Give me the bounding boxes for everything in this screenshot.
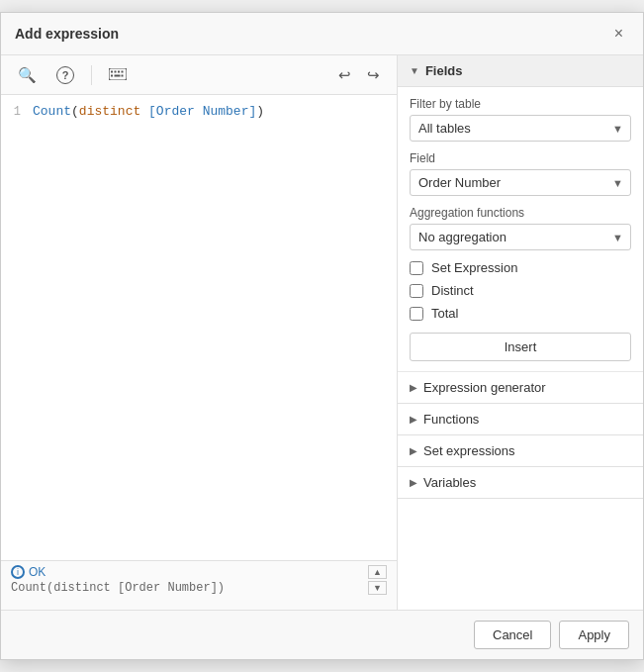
distinct-label: Distinct	[431, 283, 474, 298]
redo-button[interactable]: ↪	[360, 62, 387, 88]
status-expression: Count(distinct [Order Number])	[11, 581, 362, 595]
set-expressions-header[interactable]: ▶ Set expressions	[398, 435, 643, 466]
set-expression-label: Set Expression	[431, 260, 517, 275]
field-label: Field	[410, 151, 631, 165]
status-bar: i OK Count(distinct [Order Number]) ▲ ▼	[1, 560, 397, 610]
code-editor[interactable]: 1 Count(distinct [Order Number])	[1, 95, 397, 560]
right-panel: ▼ Fields Filter by table All tables ▼ Fi…	[398, 55, 643, 610]
code-close-paren: )	[256, 104, 264, 119]
expression-generator-chevron-icon: ▶	[410, 382, 417, 393]
code-open-paren: (	[71, 104, 79, 119]
functions-header[interactable]: ▶ Functions	[398, 404, 643, 434]
dialog-header: Add expression ×	[1, 13, 643, 55]
svg-rect-5	[111, 75, 113, 77]
expression-generator-label: Expression generator	[423, 380, 546, 395]
help-icon: ?	[56, 66, 74, 84]
set-expressions-chevron-icon: ▶	[410, 445, 417, 456]
svg-rect-0	[109, 68, 127, 80]
set-expressions-section: ▶ Set expressions	[398, 435, 643, 467]
distinct-row: Distinct	[410, 283, 631, 298]
variables-header[interactable]: ▶ Variables	[398, 467, 643, 498]
status-ok: i OK	[11, 565, 362, 579]
aggregation-select-wrapper: No aggregation ▼	[410, 224, 631, 250]
svg-rect-2	[115, 71, 117, 73]
variables-chevron-icon: ▶	[410, 477, 417, 488]
field-select-wrapper: Order Number ▼	[410, 169, 631, 196]
svg-rect-1	[111, 71, 113, 73]
functions-label: Functions	[423, 412, 479, 427]
undo-redo-group: ↩ ↪	[331, 62, 387, 88]
left-panel: 🔍 ?	[1, 55, 398, 610]
apply-button[interactable]: Apply	[559, 621, 629, 649]
total-row: Total	[410, 306, 631, 321]
dialog-footer: Cancel Apply	[1, 610, 643, 659]
total-checkbox[interactable]	[410, 307, 423, 321]
set-expression-checkbox[interactable]	[410, 261, 423, 275]
scroll-down-button[interactable]: ▼	[368, 581, 387, 595]
undo-icon: ↩	[338, 66, 351, 83]
status-scroll-controls: ▲ ▼	[368, 565, 387, 595]
expression-generator-header[interactable]: ▶ Expression generator	[398, 372, 643, 403]
close-button[interactable]: ×	[608, 23, 629, 45]
distinct-checkbox[interactable]	[410, 284, 423, 298]
code-line-1: 1 Count(distinct [Order Number])	[1, 103, 397, 120]
add-expression-dialog: Add expression × 🔍 ?	[0, 12, 644, 660]
toolbar-separator	[91, 65, 92, 85]
set-expression-row: Set Expression	[410, 260, 631, 275]
dialog-title: Add expression	[15, 26, 119, 42]
field-select[interactable]: Order Number	[410, 169, 631, 196]
status-ok-label: OK	[29, 565, 46, 579]
status-info-icon: i	[11, 565, 25, 579]
undo-button[interactable]: ↩	[331, 62, 358, 88]
code-field: [Order Number]	[148, 104, 256, 119]
scroll-up-button[interactable]: ▲	[368, 565, 387, 579]
set-expressions-label: Set expressions	[423, 443, 515, 458]
dialog-body: 🔍 ?	[1, 55, 643, 610]
fields-section-header[interactable]: ▼ Fields	[398, 55, 643, 87]
variables-label: Variables	[423, 475, 476, 490]
fields-section-label: Fields	[425, 63, 463, 78]
filter-table-wrapper: All tables ▼	[410, 115, 631, 142]
redo-icon: ↪	[367, 66, 380, 83]
filter-table-select[interactable]: All tables	[410, 115, 631, 142]
code-keyword: distinct	[79, 104, 148, 119]
status-line: i OK Count(distinct [Order Number]) ▲ ▼	[11, 565, 387, 595]
svg-rect-6	[115, 75, 121, 77]
expression-generator-section: ▶ Expression generator	[398, 372, 643, 404]
search-icon: 🔍	[18, 66, 37, 83]
insert-button[interactable]: Insert	[410, 333, 631, 361]
line-number: 1	[1, 105, 33, 119]
aggregation-label: Aggregation functions	[410, 206, 631, 220]
variables-section: ▶ Variables	[398, 467, 643, 499]
svg-rect-4	[122, 71, 124, 73]
keyboard-icon	[109, 66, 127, 83]
svg-rect-7	[122, 75, 124, 77]
fields-section-content: Filter by table All tables ▼ Field Order…	[398, 87, 643, 372]
code-expression: Count(distinct [Order Number])	[33, 104, 264, 119]
svg-rect-3	[118, 71, 120, 73]
aggregation-select[interactable]: No aggregation	[410, 224, 631, 250]
toolbar: 🔍 ?	[1, 55, 397, 95]
filter-table-label: Filter by table	[410, 97, 631, 111]
help-button[interactable]: ?	[49, 61, 81, 88]
total-label: Total	[431, 306, 458, 321]
fields-chevron-icon: ▼	[410, 65, 419, 76]
functions-section: ▶ Functions	[398, 404, 643, 435]
code-func-name: Count	[33, 104, 71, 119]
cancel-button[interactable]: Cancel	[474, 621, 551, 649]
keyboard-button[interactable]	[102, 62, 134, 87]
functions-chevron-icon: ▶	[410, 414, 417, 425]
search-button[interactable]: 🔍	[11, 62, 44, 88]
